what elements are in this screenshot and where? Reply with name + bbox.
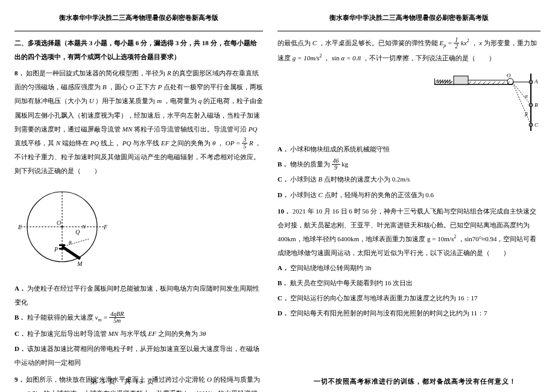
header-rule [14, 31, 263, 31]
q8-optC-ef: EF [148, 330, 156, 337]
q8-option-b: B． 粒子能获得的最大速度 vm = 4qBR 5m [14, 311, 263, 326]
q8-optC-val: 3θ [199, 330, 206, 337]
q9-oB-unit: kg [341, 160, 348, 168]
q8-theta: θ [212, 139, 215, 147]
q8-optB-den: 5m [109, 318, 125, 324]
q9c-x: x [479, 39, 482, 46]
q9-oB-den: 9 [332, 165, 340, 171]
q10-sq: 2 [454, 234, 456, 239]
q8-text-3: ，圆心 [108, 83, 128, 90]
q9-option-c: C． 小球到达 B 点时物块的速度大小为 0.2m/s [278, 172, 541, 186]
svg-line-8 [62, 239, 89, 247]
q8-text-1: 如图是一种回旋式加速器的简化模型图，半径为 [26, 69, 165, 77]
footer-left: 第 3 页 共 13 页 [90, 377, 155, 386]
opt-label-d: D． [14, 342, 25, 356]
footer-right: 一切不按照高考标准进行的训练，都对备战高考没有任何意义！ [314, 377, 516, 386]
left-column: 衡水泰华中学决胜二三高考物理暑假必刷密卷新高考版 二、多项选择题（本题共 3 小… [14, 11, 263, 387]
q8-MN: MN [122, 125, 133, 133]
q9c-Epsub: p [443, 43, 446, 48]
header-rule-r [278, 31, 541, 31]
q8-option-d: D． 该加速器加速比荷相同的带电粒子时，从开始加速直至以最大速度导出，在磁场中运… [14, 342, 263, 370]
svg-text:M: M [77, 261, 83, 267]
q8-text-11: 端始终在 [62, 139, 89, 147]
svg-rect-18 [454, 76, 468, 84]
q9c-sq: 2 [467, 38, 469, 43]
q8-optC-mn: MN [109, 330, 119, 337]
svg-point-31 [529, 123, 533, 127]
page-container: 衡水泰华中学决胜二三高考物理暑假必刷密卷新高考版 二、多项选择题（本题共 3 小… [0, 0, 555, 392]
svg-text:N: N [81, 224, 86, 230]
q9c-alpha: α [341, 54, 345, 62]
q9-oC-B: B [319, 175, 323, 183]
q8-U: U [89, 97, 94, 104]
q9-oB-frac: 46 9 [332, 158, 340, 171]
q9-number: 9． [14, 376, 25, 383]
svg-point-20 [507, 78, 513, 84]
opt-label-a: A． [14, 282, 25, 296]
svg-text:α: α [525, 93, 528, 99]
q8-text-10: 直线平移，其 [14, 139, 54, 147]
q9-olB: B． [278, 157, 288, 171]
q8-text-14: 之间的夹角为 [171, 139, 211, 147]
page-header-r: 衡水泰华中学决胜二三高考物理暑假必刷密卷新高考版 [278, 11, 541, 27]
q8-text-6: ）用于加速某质量为 [95, 97, 155, 104]
svg-point-24 [529, 80, 533, 84]
q9c-t5: ，不计一切摩擦，下列说法正确的是（ ） [363, 54, 495, 62]
q9c-sina: = 0.8 [346, 54, 361, 62]
q8-optC-mid: 与水平线 [120, 330, 147, 337]
q10-olD: D． [278, 306, 288, 320]
svg-text:E: E [17, 224, 22, 230]
q8-B: B [103, 83, 107, 90]
q9-olD: D． [278, 188, 288, 202]
q8-R: R [167, 69, 171, 77]
right-column: 衡水泰华中学决胜二三高考物理暑假必刷密卷新高考版 的最低点为 C ，水平桌面足够… [278, 11, 541, 387]
q8-text-7: ，电荷量为 [163, 97, 197, 104]
q8-optC-pre: 粒子加速完后导出时导流管 [27, 330, 107, 337]
svg-line-26 [513, 83, 531, 105]
q9-continued: 的最低点为 C ，水平桌面足够长。已知弹簧的弹性势能 Ep = 1 2 kx2 … [278, 36, 541, 65]
q10-olA: A． [278, 261, 288, 275]
page-header: 衡水泰华中学决胜二三高考物理暑假必刷密卷新高考版 [14, 11, 263, 27]
q10-oA: 空间站绕地球公转周期约 3h [290, 264, 372, 271]
fl-pre: 第 [90, 378, 101, 385]
q8-q: q [198, 97, 202, 104]
q8-m: m [157, 97, 162, 104]
q9-t2: 的轻绳与质量为 [214, 376, 260, 383]
q9c-t2: ，水平桌面足够长。已知弹簧的弹性势能 [319, 39, 438, 46]
q8-P: P [157, 83, 162, 90]
q9-option-b: B． 物块的质量为 46 9 kg [278, 157, 541, 171]
fl-page: 3 [101, 378, 106, 385]
q10-oC: 空间站运行的向心加速度与地球表面重力加速度之比约为 16：17 [290, 294, 478, 302]
q8-PQ3: PQ [122, 139, 132, 147]
q8-optB-frac: 4qBR 5m [109, 311, 125, 324]
svg-point-6 [62, 226, 63, 228]
svg-line-30 [513, 83, 531, 125]
q8-text-15: ， [217, 139, 224, 147]
q10-option-a: A． 空间站绕地球公转周期约 3h [278, 261, 541, 275]
svg-text:Q: Q [75, 229, 80, 235]
svg-text:θ: θ [69, 239, 72, 245]
svg-text:O: O [57, 220, 61, 226]
q9-oA-text: 小球和物块组成的系统机械能守恒 [290, 145, 390, 153]
q8-OP-R: R ， [249, 139, 261, 147]
q9-keq: k = 400N/m [185, 390, 217, 392]
q8-PQ: PQ [249, 125, 258, 133]
q8-figure: E F O P M Q N θ [17, 182, 107, 272]
q9-option-a: A． 小球和物块组成的系统机械能守恒 [278, 142, 541, 156]
q8-optD-text: 该加速器加速比荷相同的带电粒子时，从开始加速直至以最大速度导出，在磁场中运动的时… [14, 345, 259, 366]
q10-olB: B． [278, 276, 288, 290]
q8-text-12: 线上， [101, 139, 121, 147]
q10-number: 10． [278, 207, 291, 215]
fl-mid: 页 共 [109, 378, 135, 385]
q9-O1: O [207, 376, 212, 383]
q9c-half: 1 2 [454, 37, 459, 49]
q8-O: O [130, 83, 135, 90]
q9c-kx: kx [461, 39, 467, 46]
q8-optC-post: 之间的夹角为 [158, 330, 198, 337]
svg-text:B: B [534, 102, 538, 108]
q8-optB-vsub: m [98, 318, 101, 323]
q9c-C: C [312, 39, 317, 46]
q9-figure: O A B α C β [434, 68, 543, 134]
q9-oD-post: 点时，轻绳与杆的夹角的正弦值为 0.6 [325, 191, 434, 198]
question-10: 10． 2021 年 10 月 16 日 6 时 56 分，神舟十三号载人飞船与… [278, 204, 541, 260]
